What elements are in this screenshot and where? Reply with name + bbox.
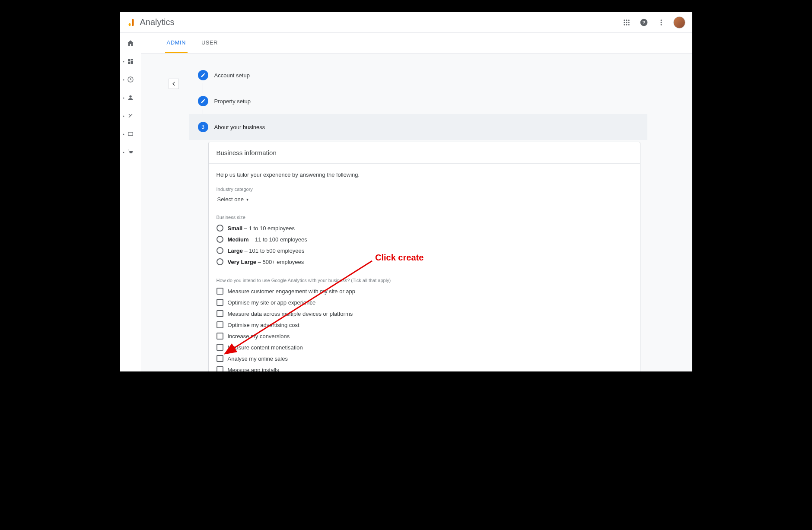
size-desc: – 11 to 100 employees <box>250 236 307 243</box>
radio-icon <box>217 236 223 243</box>
intent-label: Measure customer engagement with my site… <box>228 288 356 295</box>
more-icon[interactable] <box>656 17 666 28</box>
intent-option[interactable]: Measure customer engagement with my site… <box>217 286 632 297</box>
intent-label: Optimise my advertising cost <box>228 322 299 328</box>
size-name: Medium <box>228 236 249 243</box>
size-option[interactable]: Large – 101 to 500 employees <box>217 245 632 256</box>
svg-point-14 <box>660 22 662 23</box>
intent-option[interactable]: Optimise my site or app experience <box>217 297 632 308</box>
intent-option[interactable]: Increase my conversions <box>217 330 632 342</box>
size-option[interactable]: Very Large – 500+ employees <box>217 256 632 267</box>
nav-dashboard-icon[interactable]: ▸ <box>124 56 137 67</box>
checkbox-icon <box>217 321 223 328</box>
size-desc: – 101 to 500 employees <box>245 248 305 254</box>
industry-dropdown[interactable]: Select one ▾ <box>217 194 249 204</box>
app-header: Analytics ? <box>120 12 692 33</box>
dropdown-value: Select one <box>217 196 244 203</box>
intent-option[interactable]: Optimise my advertising cost <box>217 319 632 330</box>
size-option[interactable]: Medium – 11 to 100 employees <box>217 234 632 245</box>
edit-icon <box>198 96 208 106</box>
intent-option[interactable]: Measure app installs <box>217 364 632 371</box>
svg-point-8 <box>624 24 625 25</box>
radio-icon <box>217 258 223 265</box>
apps-icon[interactable] <box>621 17 632 28</box>
radio-icon <box>217 247 223 254</box>
app-name: Analytics <box>140 17 175 27</box>
step-business: 3 About your business <box>189 114 647 140</box>
svg-point-13 <box>660 19 662 21</box>
card-title: Business information <box>209 142 640 164</box>
checkbox-icon <box>217 299 223 306</box>
svg-point-6 <box>626 22 627 23</box>
step-label: Account setup <box>214 72 250 79</box>
svg-point-21 <box>129 95 131 98</box>
size-label: Business size <box>217 215 632 220</box>
step-label: About your business <box>214 124 265 130</box>
intent-option[interactable]: Measure content monetisation <box>217 342 632 353</box>
svg-rect-19 <box>128 62 130 64</box>
intent-option[interactable]: Measure data across multiple devices or … <box>217 308 632 319</box>
chevron-down-icon: ▾ <box>246 197 248 202</box>
analytics-logo-icon <box>127 18 137 27</box>
intent-label: Increase my conversions <box>228 333 290 340</box>
svg-point-7 <box>628 22 629 23</box>
step-label: Property setup <box>214 98 251 105</box>
industry-label: Industry category <box>217 187 632 192</box>
step-number: 3 <box>198 122 208 132</box>
checkbox-icon <box>217 344 223 351</box>
intent-option[interactable]: Analyse my online sales <box>217 353 632 364</box>
tab-admin[interactable]: ADMIN <box>165 33 188 53</box>
nav-home-icon[interactable] <box>124 38 137 48</box>
intent-label: Measure app installs <box>228 367 279 372</box>
size-desc: – 500+ employees <box>258 259 304 265</box>
nav-acquisition-icon[interactable]: ▸ <box>124 111 137 121</box>
intent-label: How do you intend to use Google Analytic… <box>217 278 632 283</box>
size-name: Small <box>228 225 243 232</box>
setup-stepper: Account setup Property setup 3 About you… <box>189 62 647 371</box>
checkbox-icon <box>217 310 223 317</box>
intent-label: Measure data across multiple devices or … <box>228 311 353 317</box>
nav-audience-icon[interactable]: ▸ <box>124 92 137 103</box>
svg-rect-0 <box>128 23 131 25</box>
svg-point-4 <box>628 19 629 21</box>
checkbox-icon <box>217 366 223 371</box>
business-info-card: Business information Help us tailor your… <box>208 142 640 371</box>
nav-conversions-icon[interactable]: ▸ <box>124 147 137 157</box>
size-name: Very Large <box>228 259 257 265</box>
radio-icon <box>217 225 223 232</box>
size-desc: – 1 to 10 employees <box>244 225 295 232</box>
svg-point-3 <box>626 19 627 21</box>
nav-behavior-icon[interactable]: ▸ <box>124 129 137 139</box>
checkbox-icon <box>217 288 223 295</box>
left-sidebar: ▸ ▸ ▸ ▸ ▸ ▸ <box>120 33 141 371</box>
intent-label: Analyse my online sales <box>228 355 288 362</box>
size-name: Large <box>228 248 243 254</box>
svg-point-15 <box>660 24 662 25</box>
tab-user[interactable]: USER <box>200 33 220 53</box>
edit-icon <box>198 70 208 80</box>
svg-point-10 <box>628 24 629 25</box>
size-option[interactable]: Small – 1 to 10 employees <box>217 222 632 234</box>
svg-rect-16 <box>128 59 130 61</box>
intent-label: Measure content monetisation <box>228 344 303 351</box>
checkbox-icon <box>217 333 223 340</box>
svg-rect-22 <box>128 132 133 136</box>
help-icon[interactable]: ? <box>639 17 649 28</box>
user-avatar[interactable] <box>673 16 685 29</box>
checkbox-icon <box>217 355 223 362</box>
nav-realtime-icon[interactable]: ▸ <box>124 74 137 85</box>
svg-point-5 <box>624 22 625 23</box>
app-logo[interactable]: Analytics <box>127 17 175 27</box>
admin-tabs: ADMIN USER <box>141 33 692 54</box>
back-button[interactable] <box>169 79 179 89</box>
intent-label: Optimise my site or app experience <box>228 299 316 306</box>
svg-text:?: ? <box>642 19 645 25</box>
svg-rect-17 <box>131 59 133 60</box>
help-text: Help us tailor your experience by answer… <box>217 171 632 178</box>
step-account[interactable]: Account setup <box>189 62 647 88</box>
step-property[interactable]: Property setup <box>189 88 647 114</box>
svg-rect-1 <box>132 19 134 26</box>
svg-point-9 <box>626 24 627 25</box>
svg-rect-18 <box>131 61 133 64</box>
content-area: ADMIN USER Account setup Property setup <box>141 33 692 371</box>
